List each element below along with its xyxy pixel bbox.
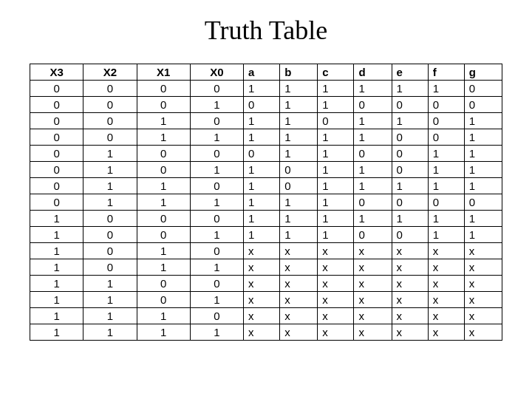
table-row: 1101xxxxxxx: [30, 292, 502, 308]
table-cell: x: [428, 308, 464, 324]
table-cell: x: [280, 243, 318, 259]
table-cell: 1: [190, 129, 243, 146]
table-cell: 0: [83, 211, 137, 227]
col-header: g: [464, 64, 502, 81]
table-cell: 1: [464, 211, 502, 227]
table-cell: x: [428, 292, 464, 308]
table-cell: 0: [30, 113, 83, 129]
table-cell: 1: [464, 227, 502, 243]
table-cell: 0: [137, 276, 190, 292]
table-cell: x: [464, 292, 502, 308]
table-cell: 0: [280, 178, 318, 194]
col-header: a: [244, 64, 280, 81]
table-cell: 0: [137, 81, 190, 97]
table-cell: x: [318, 308, 354, 324]
table-body: 0000111111000010110000001011011010011111…: [30, 81, 502, 341]
table-row: 1110xxxxxxx: [30, 308, 502, 324]
table-cell: 1: [354, 211, 392, 227]
table-cell: 0: [354, 227, 392, 243]
table-cell: 1: [280, 194, 318, 211]
table-cell: 0: [137, 146, 190, 162]
page-title: Truth Table: [30, 15, 502, 46]
table-cell: 1: [137, 129, 190, 146]
table-cell: 1: [30, 211, 83, 227]
table-cell: 1: [354, 162, 392, 178]
col-header: f: [428, 64, 464, 81]
table-cell: 0: [83, 113, 137, 129]
table-cell: 0: [392, 97, 428, 113]
table-cell: 1: [392, 211, 428, 227]
table-cell: 1: [244, 162, 280, 178]
table-cell: 0: [83, 259, 137, 276]
table-cell: 1: [464, 146, 502, 162]
table-cell: 1: [464, 113, 502, 129]
truth-table: X3 X2 X1 X0 a b c d e f g 00001111110000…: [30, 64, 502, 341]
table-cell: x: [318, 276, 354, 292]
table-cell: 1: [137, 113, 190, 129]
col-header: e: [392, 64, 428, 81]
table-cell: 0: [137, 97, 190, 113]
table-cell: 0: [428, 97, 464, 113]
table-row: 01111110000: [30, 194, 502, 211]
table-cell: 1: [190, 162, 243, 178]
table-cell: 1: [30, 324, 83, 341]
table-cell: 1: [354, 81, 392, 97]
table-cell: 0: [30, 146, 83, 162]
table-cell: 0: [392, 162, 428, 178]
table-cell: 1: [244, 194, 280, 211]
table-cell: x: [280, 292, 318, 308]
table-cell: 1: [318, 162, 354, 178]
table-cell: 1: [318, 146, 354, 162]
table-cell: 1: [30, 276, 83, 292]
table-cell: 1: [280, 211, 318, 227]
table-cell: 1: [30, 308, 83, 324]
table-row: 1010xxxxxxx: [30, 243, 502, 259]
table-cell: x: [428, 324, 464, 341]
table-cell: 0: [190, 81, 243, 97]
table-cell: 0: [190, 308, 243, 324]
table-row: 00001111110: [30, 81, 502, 97]
table-cell: x: [354, 259, 392, 276]
table-cell: 0: [392, 146, 428, 162]
table-cell: x: [392, 243, 428, 259]
table-cell: x: [318, 259, 354, 276]
table-cell: x: [392, 276, 428, 292]
table-cell: 0: [354, 194, 392, 211]
table-cell: 1: [280, 113, 318, 129]
table-cell: 0: [190, 243, 243, 259]
table-row: 10001111111: [30, 211, 502, 227]
table-cell: 1: [280, 146, 318, 162]
table-cell: 0: [280, 162, 318, 178]
table-cell: 1: [244, 211, 280, 227]
table-cell: x: [464, 243, 502, 259]
table-cell: x: [244, 259, 280, 276]
table-cell: 1: [464, 162, 502, 178]
table-cell: 0: [244, 146, 280, 162]
table-cell: 1: [464, 129, 502, 146]
table-cell: x: [392, 259, 428, 276]
col-header: b: [280, 64, 318, 81]
table-cell: 0: [190, 113, 243, 129]
table-row: 01101011111: [30, 178, 502, 194]
table-cell: 0: [392, 129, 428, 146]
table-row: 1111xxxxxxx: [30, 324, 502, 341]
table-cell: 1: [83, 178, 137, 194]
col-header: X1: [137, 64, 190, 81]
table-cell: 1: [83, 162, 137, 178]
table-cell: x: [244, 292, 280, 308]
table-cell: 1: [392, 81, 428, 97]
table-cell: 0: [30, 81, 83, 97]
table-cell: 1: [83, 146, 137, 162]
table-cell: 1: [464, 178, 502, 194]
table-cell: x: [280, 308, 318, 324]
table-cell: 1: [137, 243, 190, 259]
col-header: X3: [30, 64, 83, 81]
table-cell: x: [318, 243, 354, 259]
table-cell: 1: [30, 292, 83, 308]
table-cell: 1: [318, 194, 354, 211]
table-cell: 1: [280, 129, 318, 146]
table-cell: 0: [83, 129, 137, 146]
table-row: 00101101101: [30, 113, 502, 129]
table-cell: 0: [30, 194, 83, 211]
table-cell: 1: [83, 308, 137, 324]
